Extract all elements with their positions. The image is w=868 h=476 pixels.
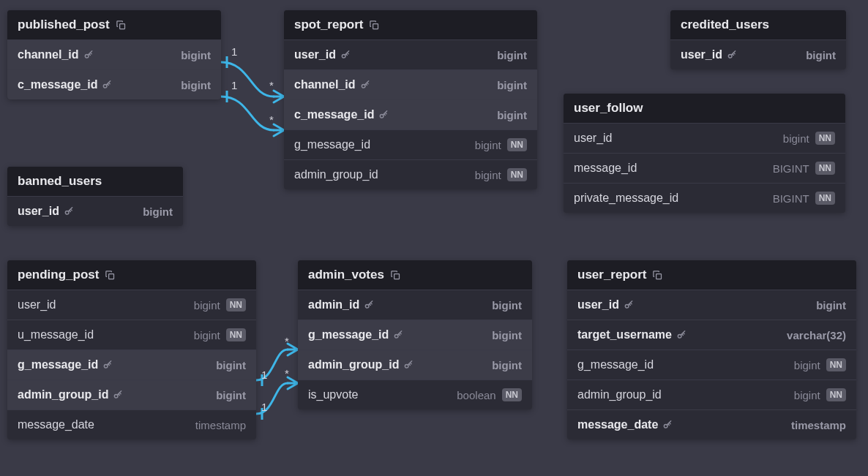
column-name: user_id (574, 132, 612, 145)
table-header[interactable]: spot_report (284, 10, 537, 39)
column-row[interactable]: is_upvotebooleanNN (298, 379, 532, 409)
not-null-badge: NN (815, 162, 835, 175)
column-row[interactable]: user_idbigint (670, 39, 846, 69)
key-icon (102, 360, 113, 370)
column-row[interactable]: user_idbigint (284, 39, 537, 69)
svg-rect-7 (373, 23, 378, 29)
column-name: message_date (577, 418, 658, 431)
column-name: g_message_id (577, 358, 654, 371)
table-admin_votes[interactable]: admin_votesadmin_idbigintg_message_idbig… (298, 260, 532, 409)
table-header[interactable]: admin_votes (298, 260, 532, 290)
copy-icon[interactable] (652, 270, 663, 281)
cardinality-label: 1 (261, 369, 267, 381)
table-banned_users[interactable]: banned_usersuser_idbigint (7, 167, 183, 226)
column-row[interactable]: u_message_idbigintNN (7, 320, 256, 350)
cardinality-label: * (269, 79, 274, 91)
column-type: bigint (475, 169, 501, 181)
key-icon (624, 300, 634, 310)
table-spot_report[interactable]: spot_reportuser_idbigintchannel_idbigint… (284, 10, 537, 189)
column-row[interactable]: user_idbigint (7, 196, 183, 226)
column-type: BIGINT (773, 162, 809, 175)
key-icon (393, 330, 403, 340)
column-row[interactable]: message_datetimestamp (7, 409, 256, 439)
column-row[interactable]: message_datetimestamp (567, 409, 856, 439)
key-icon (364, 300, 374, 310)
column-row[interactable]: message_idBIGINTNN (564, 153, 845, 183)
not-null-badge: NN (226, 328, 246, 341)
key-icon (102, 80, 112, 90)
column-type: BIGINT (773, 192, 809, 205)
table-published_post[interactable]: published_postchannel_idbigintc_message_… (7, 10, 221, 99)
column-row[interactable]: user_idbigint (567, 290, 856, 320)
not-null-badge: NN (826, 358, 846, 371)
key-icon (360, 80, 370, 90)
column-type: bigint (497, 49, 527, 61)
cardinality-label: * (285, 335, 289, 347)
column-row[interactable]: c_message_idbigint (7, 69, 221, 99)
column-type: boolean (457, 389, 495, 401)
column-row[interactable]: admin_group_idbigint (7, 379, 256, 409)
column-type: bigint (492, 329, 522, 341)
key-icon (403, 360, 414, 370)
column-row[interactable]: user_idbigintNN (7, 290, 256, 320)
column-type: bigint (181, 79, 211, 91)
table-title: user_report (577, 268, 646, 282)
table-title: spot_report (294, 18, 363, 32)
column-name: c_message_id (18, 78, 97, 91)
column-type: bigint (181, 49, 211, 61)
key-icon (340, 50, 351, 60)
column-type: bigint (783, 132, 809, 145)
column-row[interactable]: g_message_idbigint (298, 320, 532, 350)
column-type: timestamp (195, 419, 246, 431)
column-row[interactable]: g_message_idbigintNN (284, 129, 537, 159)
column-type: bigint (194, 329, 220, 341)
table-title: banned_users (18, 174, 102, 189)
table-credited_users[interactable]: credited_usersuser_idbigint (670, 10, 846, 69)
table-header[interactable]: published_post (7, 10, 221, 39)
not-null-badge: NN (826, 388, 846, 401)
table-title: credited_users (681, 18, 769, 32)
copy-icon[interactable] (390, 270, 401, 281)
table-header[interactable]: credited_users (670, 10, 846, 39)
copy-icon[interactable] (116, 20, 127, 31)
column-name: g_message_id (18, 358, 98, 371)
column-name: admin_group_id (577, 388, 662, 401)
table-title: admin_votes (308, 268, 384, 282)
column-row[interactable]: admin_group_idbigintNN (284, 159, 537, 189)
table-header[interactable]: pending_post (7, 260, 256, 290)
table-header[interactable]: user_follow (564, 94, 845, 123)
column-name: admin_group_id (294, 168, 378, 181)
svg-rect-4 (119, 23, 124, 29)
column-row[interactable]: g_message_idbigintNN (567, 350, 856, 379)
column-row[interactable]: c_message_idbigint (284, 99, 537, 129)
column-name: channel_id (18, 48, 79, 61)
column-row[interactable]: admin_group_idbigint (298, 350, 532, 379)
column-row[interactable]: private_message_idBIGINTNN (564, 183, 845, 213)
column-row[interactable]: channel_idbigint (284, 69, 537, 99)
column-type: bigint (497, 109, 527, 121)
copy-icon[interactable] (105, 270, 116, 281)
table-header[interactable]: user_report (567, 260, 856, 290)
not-null-badge: NN (226, 298, 246, 311)
column-row[interactable]: channel_idbigint (7, 39, 221, 69)
column-row[interactable]: admin_idbigint (298, 290, 532, 320)
copy-icon[interactable] (369, 20, 380, 31)
column-type: varchar(32) (787, 329, 846, 341)
table-user_report[interactable]: user_reportuser_idbiginttarget_usernamev… (567, 260, 856, 439)
column-name: message_date (18, 418, 94, 431)
table-title: pending_post (18, 268, 99, 282)
cardinality-label: * (269, 113, 274, 126)
table-user_follow[interactable]: user_followuser_idbigintNNmessage_idBIGI… (564, 94, 845, 213)
column-row[interactable]: target_usernamevarchar(32) (567, 320, 856, 350)
table-header[interactable]: banned_users (7, 167, 183, 196)
not-null-badge: NN (507, 168, 527, 181)
column-row[interactable]: user_idbigintNN (564, 123, 845, 153)
not-null-badge: NN (507, 138, 527, 151)
column-type: bigint (492, 299, 522, 311)
table-pending_post[interactable]: pending_postuser_idbigintNNu_message_idb… (7, 260, 256, 439)
column-row[interactable]: g_message_idbigint (7, 350, 256, 379)
column-row[interactable]: admin_group_idbigintNN (567, 379, 856, 409)
column-type: bigint (194, 299, 220, 311)
column-type: bigint (475, 139, 501, 151)
key-icon (662, 420, 673, 430)
